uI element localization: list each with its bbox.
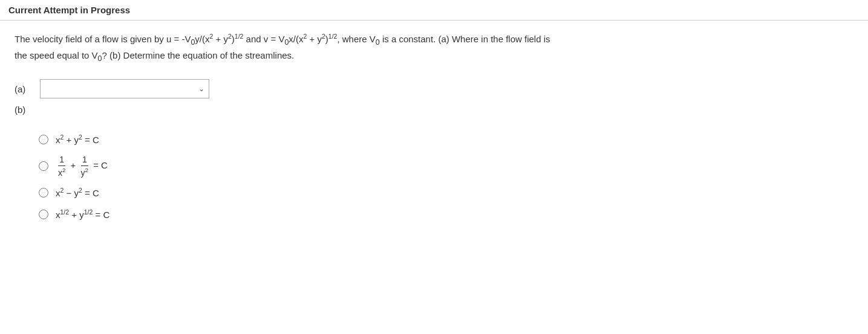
radio-opt4[interactable] [39,210,48,219]
option-3-label: x2 − y2 = C [56,186,99,199]
option-4[interactable]: x1/2 + y1/2 = C [39,208,853,221]
option-1-label: x2 + y2 = C [56,133,99,146]
option-2[interactable]: 1 x2 + 1 y2 = C [39,155,853,178]
fraction-1: 1 x2 [57,155,67,178]
fraction-2: 1 y2 [80,155,90,178]
radio-opt3[interactable] [39,188,48,198]
problem-text: The velocity field of a flow is given by… [15,31,853,65]
part-b-label: (b) [15,104,31,115]
option-4-label: x1/2 + y1/2 = C [56,208,109,221]
option-2-label: 1 x2 + 1 y2 = C [56,155,108,178]
dropdown-container: Everywhere in the flow field At the orig… [40,79,209,98]
content-area: The velocity field of a flow is given by… [0,21,868,236]
radio-options: x2 + y2 = C 1 x2 + 1 y2 = C [39,133,853,221]
part-a-dropdown[interactable]: Everywhere in the flow field At the orig… [40,79,209,98]
option-3[interactable]: x2 − y2 = C [39,186,853,199]
part-b-container: (b) [15,104,853,115]
header-bar: Current Attempt in Progress [0,0,868,21]
part-a-label: (a) [15,84,31,94]
radio-opt2[interactable] [39,161,48,171]
page-container: Current Attempt in Progress The velocity… [0,0,868,334]
page-title: Current Attempt in Progress [8,5,130,15]
radio-opt1[interactable] [39,135,48,144]
part-a-container: (a) Everywhere in the flow field At the … [15,79,853,98]
option-1[interactable]: x2 + y2 = C [39,133,853,146]
